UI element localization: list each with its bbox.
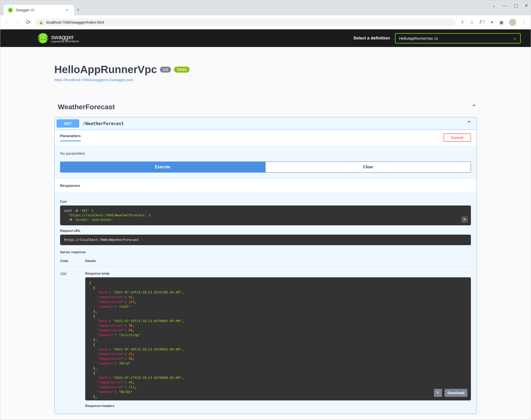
- copy-body-button[interactable]: ⎘: [434, 389, 442, 397]
- swagger-logo-text: swagger: [51, 34, 79, 41]
- menu-icon[interactable]: ⋮: [522, 20, 526, 25]
- panel-icon[interactable]: ▣: [499, 20, 504, 25]
- response-headers-label: Response headers: [85, 404, 471, 408]
- forward-button[interactable]: →: [15, 19, 21, 26]
- profile-avatar[interactable]: [509, 19, 516, 26]
- request-url-label: Request URL: [60, 229, 471, 233]
- copy-curl-button[interactable]: ⎘: [461, 216, 468, 223]
- request-url-block: https://localhost:7060/WeatherForecast: [60, 235, 471, 245]
- reload-button[interactable]: ⟳: [26, 19, 30, 26]
- download-button[interactable]: Download: [445, 389, 467, 397]
- cancel-button[interactable]: Cancel: [444, 133, 471, 142]
- chevron-down-icon[interactable]: ⌄: [492, 3, 496, 8]
- browser-tab[interactable]: {} Swagger UI ×: [4, 5, 74, 15]
- address-bar[interactable]: 🔒 localhost:7060/swagger/index.html: [35, 19, 456, 26]
- definition-selected-value: HelloAppRunnerVpc v1: [399, 36, 438, 40]
- address-bar-row: ← → ⟳ 🔒 localhost:7060/swagger/index.htm…: [0, 15, 531, 29]
- spec-url-link[interactable]: https://localhost:7060/swagger/v1/swagge…: [54, 78, 477, 82]
- extensions-icon[interactable]: ✦: [490, 20, 494, 25]
- close-tab-icon[interactable]: ×: [66, 8, 68, 12]
- close-window-icon[interactable]: ✕: [524, 3, 528, 8]
- url-text: localhost:7060/swagger/index.html: [46, 20, 104, 24]
- maximize-icon[interactable]: ▢: [514, 3, 518, 8]
- curl-command-block: curl -X 'GET' \ 'https://localhost:7060/…: [60, 205, 471, 225]
- response-body-label: Response body: [85, 272, 471, 275]
- font-icon[interactable]: F?: [479, 20, 484, 25]
- lock-icon: 🔒: [39, 20, 43, 24]
- back-button[interactable]: ←: [5, 19, 10, 26]
- operation-summary[interactable]: GET /WeatherForecast ⌃: [55, 117, 476, 130]
- clear-button[interactable]: Clear: [265, 162, 471, 173]
- details-column-header: Details: [85, 259, 471, 263]
- status-code: 200: [60, 272, 85, 410]
- swagger-topbar: {..} swagger supported by SMARTBEAR Sele…: [0, 29, 531, 47]
- definition-select[interactable]: HelloAppRunnerVpc v1: [395, 33, 521, 43]
- version-badge: 1.0: [160, 67, 171, 73]
- swagger-favicon: {}: [8, 8, 13, 13]
- server-response-label: Server response: [60, 250, 471, 254]
- curl-label: Curl: [60, 200, 471, 203]
- browser-tab-strip: {} Swagger UI × + ⌄ — ▢ ✕: [0, 0, 531, 15]
- tag-name: WeatherForecast: [58, 103, 115, 111]
- execute-button[interactable]: Execute: [60, 162, 265, 173]
- bookmark-icon[interactable]: ☆: [470, 20, 474, 25]
- operation-path: /WeatherForecast: [83, 121, 466, 126]
- minimize-icon[interactable]: —: [503, 3, 507, 8]
- chevron-up-icon: ⌃: [466, 120, 472, 127]
- no-parameters-text: No parameters: [55, 145, 476, 162]
- oas-badge: OAS3: [174, 67, 190, 73]
- swagger-logo-icon: {..}: [38, 33, 48, 43]
- tag-header[interactable]: WeatherForecast ⌃: [54, 99, 477, 115]
- http-method-badge: GET: [57, 119, 79, 128]
- code-column-header: Code: [60, 259, 85, 263]
- share-icon[interactable]: ⇪: [461, 20, 464, 25]
- parameters-tab[interactable]: Parameters: [60, 134, 81, 141]
- api-title: HelloAppRunnerVpc: [54, 64, 157, 76]
- response-body-block: [ { "date": "2022-07-24T23:18:22.6575105…: [85, 277, 471, 400]
- tab-title: Swagger UI: [16, 8, 63, 12]
- definition-select-label: Select a definition: [353, 36, 390, 41]
- responses-header: Responses: [55, 179, 476, 192]
- new-tab-button[interactable]: +: [74, 5, 82, 15]
- swagger-logo-subtitle: supported by SMARTBEAR: [51, 40, 79, 43]
- chevron-up-icon: ⌃: [471, 103, 477, 111]
